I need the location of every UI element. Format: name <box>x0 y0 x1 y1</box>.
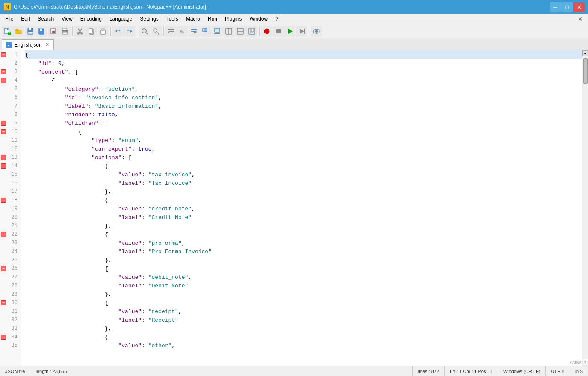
fold-button-18[interactable]: − <box>1 198 6 203</box>
close-button[interactable]: ✕ <box>573 2 585 12</box>
fold-button-14[interactable]: − <box>1 163 6 169</box>
toolbar-play[interactable] <box>284 26 295 37</box>
code-line-32[interactable]: "label": "Receipt" <box>25 316 582 324</box>
code-line-33[interactable]: }, <box>25 324 582 333</box>
menu-settings[interactable]: Settings <box>136 14 162 24</box>
code-line-24[interactable]: "label": "Pro Forma Invoice" <box>25 247 582 256</box>
toolbar-paste[interactable] <box>98 26 109 37</box>
fold-button-34[interactable]: − <box>1 335 6 340</box>
menu-run[interactable]: Run <box>204 14 221 24</box>
toolbar-find[interactable] <box>139 26 150 37</box>
code-editor[interactable]: { "id": 0, "content": [ { "category": "s… <box>21 50 582 366</box>
toolbar-stop[interactable] <box>273 26 284 37</box>
code-line-9[interactable]: "children": [ <box>25 119 582 127</box>
code-line-7[interactable]: "label": "Basic information", <box>25 102 582 110</box>
code-line-11[interactable]: "type": "enum", <box>25 136 582 145</box>
menu-view[interactable]: View <box>58 14 76 24</box>
toolbar-close[interactable] <box>48 26 59 37</box>
toolbar-copy[interactable] <box>86 26 97 37</box>
menu-search[interactable]: Search <box>34 14 57 24</box>
fold-button-26[interactable]: − <box>1 266 6 271</box>
fold-button-30[interactable]: − <box>1 300 6 305</box>
menu-help[interactable]: ? <box>272 14 282 24</box>
fold-button-13[interactable]: − <box>1 155 6 160</box>
toolbar-replace[interactable] <box>151 26 162 37</box>
toolbar-split-v[interactable] <box>223 26 234 37</box>
menu-macro[interactable]: Macro <box>183 14 204 24</box>
menu-encoding[interactable]: Encoding <box>77 14 105 24</box>
svg-rect-38 <box>191 29 197 30</box>
toolbar-zoom-in[interactable] <box>200 26 211 37</box>
code-line-26[interactable]: { <box>25 264 582 273</box>
scroll-thumb[interactable] <box>583 58 588 84</box>
toolbar-wrap[interactable] <box>189 26 200 37</box>
toolbar-undo[interactable] <box>112 26 124 37</box>
code-line-12[interactable]: "can_export": true, <box>25 145 582 153</box>
toolbar-format-indent[interactable] <box>165 26 177 37</box>
fold-button-4[interactable]: − <box>1 78 6 83</box>
code-line-34[interactable]: { <box>25 333 582 341</box>
svg-marker-58 <box>300 29 304 34</box>
toolbar-multi-clone[interactable] <box>246 26 257 37</box>
toolbar-tab[interactable]: ↹ <box>177 26 188 37</box>
toolbar-cut[interactable] <box>74 26 86 37</box>
code-line-14[interactable]: { <box>25 162 582 170</box>
code-line-25[interactable]: }, <box>25 256 582 264</box>
toolbar-new[interactable]: + <box>2 26 13 37</box>
menu-window[interactable]: Window <box>246 14 271 24</box>
tab-close-button[interactable]: ✕ <box>44 42 50 47</box>
toolbar-split-h[interactable] <box>235 26 246 37</box>
fold-button-9[interactable]: − <box>1 121 6 126</box>
menu-language[interactable]: Language <box>106 14 136 24</box>
toolbar-redo[interactable] <box>124 26 135 37</box>
toolbar-record[interactable] <box>261 26 272 37</box>
code-line-17[interactable]: }, <box>25 187 582 196</box>
scroll-up-arrow[interactable]: ▲ <box>582 50 588 56</box>
code-line-13[interactable]: "options": [ <box>25 153 582 162</box>
toolbar-open[interactable] <box>13 26 24 37</box>
toolbar-print[interactable] <box>59 26 71 37</box>
tab-english-json[interactable]: J English.json ✕ <box>2 39 54 50</box>
code-line-5[interactable]: "category": "section", <box>25 85 582 93</box>
code-line-21[interactable]: }, <box>25 222 582 230</box>
scrollbar-vertical[interactable]: ▲ ▼ <box>582 50 588 366</box>
menu-file[interactable]: File <box>2 14 17 24</box>
maximize-button[interactable]: □ <box>561 2 573 12</box>
toolbar-zoom-out[interactable] <box>212 26 223 37</box>
fold-button-10[interactable]: − <box>1 129 6 134</box>
code-line-19[interactable]: "value": "credit_note", <box>25 204 582 213</box>
menu-close-x[interactable]: ✕ <box>574 14 586 24</box>
code-line-30[interactable]: { <box>25 299 582 307</box>
toolbar-save-macro[interactable] <box>296 26 307 37</box>
svg-point-29 <box>142 29 146 33</box>
code-line-10[interactable]: { <box>25 127 582 136</box>
code-line-31[interactable]: "value": "receipt", <box>25 307 582 316</box>
minimize-button[interactable]: ─ <box>550 2 561 12</box>
code-line-15[interactable]: "value": "tax_invoice", <box>25 170 582 179</box>
code-line-2[interactable]: "id": 0, <box>25 59 582 68</box>
code-line-22[interactable]: { <box>25 230 582 239</box>
code-line-3[interactable]: "content": [ <box>25 68 582 76</box>
fold-button-22[interactable]: − <box>1 232 6 237</box>
menu-plugins[interactable]: Plugins <box>222 14 245 24</box>
toolbar-save[interactable] <box>25 26 36 37</box>
code-line-1[interactable]: { <box>25 50 582 59</box>
code-line-23[interactable]: "value": "proforma", <box>25 239 582 247</box>
fold-button-1[interactable]: − <box>1 52 6 57</box>
status-position: Ln : 1 Col : 1 Pos : 1 <box>445 366 498 376</box>
code-line-8[interactable]: "hidden": false, <box>25 110 582 119</box>
fold-button-3[interactable]: − <box>1 69 6 74</box>
toolbar-view-eye[interactable] <box>311 26 322 37</box>
code-line-16[interactable]: "label": "Tax Invoice" <box>25 179 582 187</box>
code-line-18[interactable]: { <box>25 196 582 204</box>
code-line-29[interactable]: }, <box>25 290 582 299</box>
code-line-4[interactable]: { <box>25 76 582 85</box>
code-line-28[interactable]: "label": "Debit Note" <box>25 281 582 290</box>
menu-tools[interactable]: Tools <box>163 14 182 24</box>
menu-edit[interactable]: Edit <box>18 14 33 24</box>
code-line-35[interactable]: "value": "other", <box>25 341 582 350</box>
code-line-6[interactable]: "id": "invoice_info_section", <box>25 93 582 102</box>
code-line-20[interactable]: "label": "Credit Note" <box>25 213 582 222</box>
toolbar-save-all[interactable] <box>36 26 47 37</box>
code-line-27[interactable]: "value": "debit_note", <box>25 273 582 281</box>
